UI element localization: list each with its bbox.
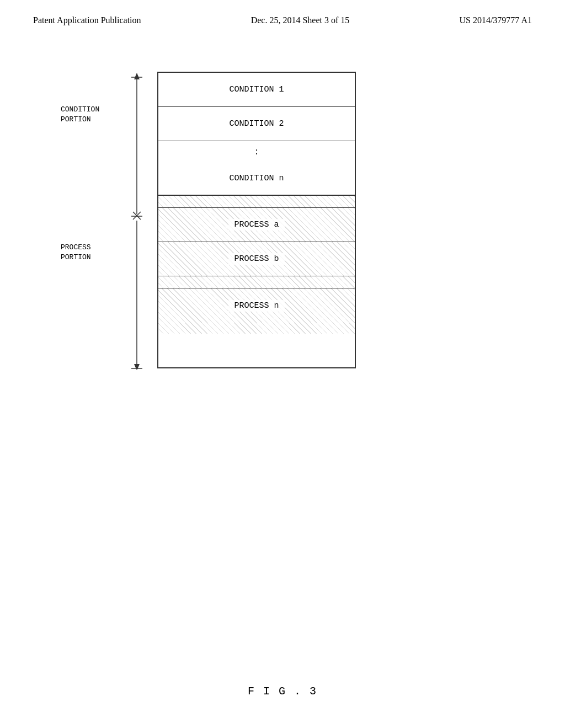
svg-marker-7: [134, 364, 140, 370]
svg-line-2: [133, 212, 141, 220]
process-row-n: PROCESS n: [158, 288, 355, 323]
header-left: Patent Application Publication: [33, 15, 141, 25]
process-row-b: PROCESS b: [158, 242, 355, 276]
svg-marker-1: [134, 73, 140, 79]
header-right: US 2014/379777 A1: [459, 15, 532, 25]
hatch-divider-mid: [158, 276, 355, 288]
process-portion-label: PROCESS PORTION: [61, 243, 91, 263]
hatch-divider-bottom: [158, 323, 355, 334]
svg-line-3: [133, 212, 141, 220]
condition-row-2: CONDITION 2: [158, 107, 355, 141]
main-box: CONDITION 1 CONDITION 2 : CONDITION n PR…: [157, 72, 356, 368]
condition-row-n: CONDITION n: [158, 162, 355, 196]
hatch-divider-top: [158, 196, 355, 208]
condition-row-1: CONDITION 1: [158, 73, 355, 107]
condition-portion-label: CONDITION PORTION: [61, 105, 99, 125]
header-center: Dec. 25, 2014 Sheet 3 of 15: [251, 15, 350, 25]
page-header: Patent Application Publication Dec. 25, …: [0, 0, 565, 25]
ellipsis-row: :: [158, 141, 355, 162]
diagram-area: CONDITION PORTION PROCESS PORTION CONDIT…: [55, 72, 441, 370]
figure-caption: F I G . 3: [0, 685, 565, 698]
process-row-a: PROCESS a: [158, 208, 355, 242]
